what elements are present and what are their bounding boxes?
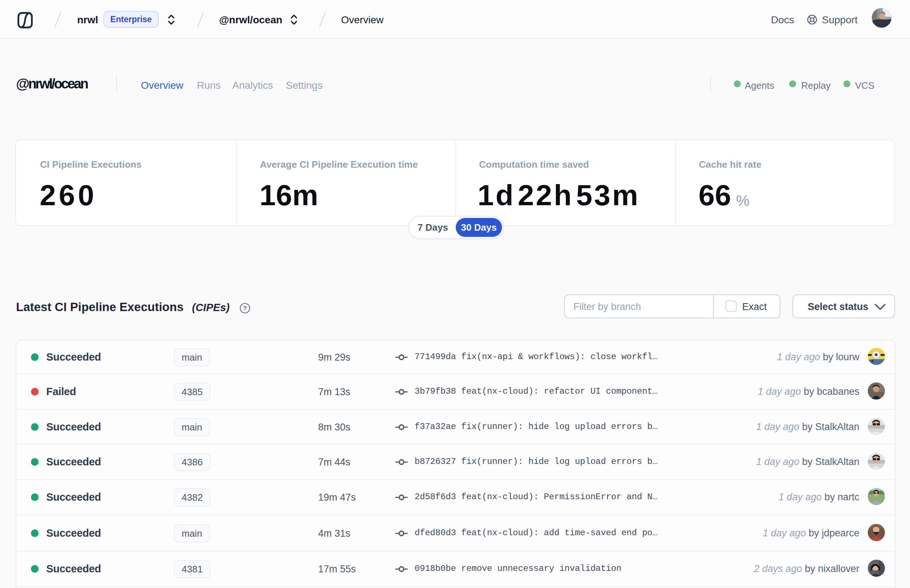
svg-text:?: ? xyxy=(243,305,247,312)
